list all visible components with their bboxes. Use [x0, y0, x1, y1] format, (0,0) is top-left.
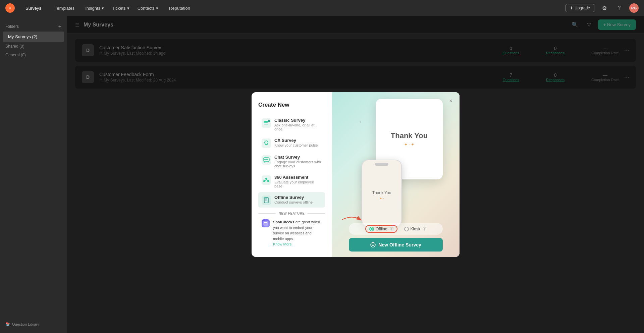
- survey-type-offline[interactable]: Offline Survey Conduct surveys offline: [258, 192, 325, 208]
- 360-survey-icon: [262, 175, 271, 185]
- chevron-down-icon: ▾: [102, 6, 104, 11]
- download-circle-icon: [370, 242, 376, 247]
- nav-templates[interactable]: Templates: [52, 4, 77, 12]
- offline-survey-icon: [262, 196, 271, 205]
- modal-overlay: Create New ?: [67, 16, 644, 333]
- nav-contacts[interactable]: Contacts ▾: [138, 6, 158, 11]
- spotcheck-section: SpotChecks are great when you want to em…: [258, 218, 325, 247]
- svg-point-14: [265, 178, 267, 180]
- radio-inner-dot: [371, 228, 373, 230]
- create-new-modal: Create New ?: [252, 92, 460, 257]
- nav-right: ⬆ Upgrade ⚙ ? RG: [566, 3, 639, 13]
- cross-decoration: +: [359, 119, 362, 124]
- svg-rect-25: [264, 222, 267, 223]
- offline-radio-circle: [369, 227, 374, 231]
- svg-rect-26: [264, 224, 267, 224]
- modal-title: Create New: [258, 102, 325, 108]
- cx-survey-info: CX Survey Know your customer pulse: [274, 138, 318, 147]
- spotcheck-description: SpotChecks are great when you want to em…: [273, 219, 322, 241]
- chat-survey-icon: [262, 155, 271, 165]
- chevron-down-icon: ▾: [156, 6, 158, 11]
- offline-radio-option[interactable]: Offline ⓘ: [365, 225, 397, 233]
- survey-type-chat[interactable]: Chat Survey Engage your customers with c…: [258, 152, 325, 171]
- sidebar-item-general[interactable]: General (0): [0, 51, 67, 59]
- chevron-down-icon: ▾: [127, 6, 129, 11]
- spotcheck-icon: [262, 219, 270, 227]
- nav-tickets[interactable]: Tickets ▾: [112, 6, 129, 11]
- classic-survey-icon: ?: [262, 118, 271, 128]
- sidebar-folders-section[interactable]: Folders +: [0, 21, 67, 32]
- chat-survey-info: Chat Survey Engage your customers with c…: [274, 155, 322, 168]
- nav-reputation[interactable]: Reputation: [166, 4, 193, 12]
- svg-rect-13: [262, 175, 271, 185]
- sidebar: Folders + My Surveys (2) Shared (0) Gene…: [0, 16, 67, 333]
- modal-close-button[interactable]: ×: [447, 97, 455, 105]
- new-offline-survey-button[interactable]: New Offline Survey: [349, 238, 443, 252]
- new-feature-divider: NEW FEATURE: [258, 212, 325, 215]
- offline-survey-info: Offline Survey Conduct surveys offline: [274, 195, 313, 204]
- sidebar-item-shared[interactable]: Shared (0): [0, 42, 67, 51]
- sidebar-item-my-surveys[interactable]: My Surveys (2): [3, 32, 64, 42]
- svg-rect-9: [262, 155, 271, 165]
- modal-right-panel: + Thank You ✦ · ✦ Thank You ✦ ·: [332, 92, 460, 257]
- svg-rect-24: [263, 221, 268, 226]
- offline-info-icon[interactable]: ⓘ: [390, 226, 393, 231]
- nav-insights[interactable]: Insights ▾: [85, 6, 104, 11]
- settings-icon[interactable]: ⚙: [600, 3, 609, 13]
- modal-bottom-controls: Offline ⓘ Kiosk ⓘ: [349, 223, 443, 252]
- svg-rect-3: [264, 122, 268, 123]
- user-avatar[interactable]: RG: [629, 3, 639, 13]
- phone-preview: Thank You ✦ ·: [362, 160, 402, 227]
- classic-survey-info: Classic Survey Ask one-by-one, or all at…: [274, 118, 322, 131]
- upgrade-icon: ⬆: [570, 6, 573, 10]
- survey-type-cx[interactable]: CX Survey Know your customer pulse: [258, 135, 325, 151]
- spotcheck-info: SpotChecks are great when you want to em…: [273, 219, 322, 246]
- svg-rect-11: [264, 159, 266, 160]
- know-more-link[interactable]: Know More: [273, 242, 322, 246]
- phone-content: Thank You ✦ ·: [362, 166, 401, 225]
- content-area: ☰ My Surveys 🔍 ▽ + New Survey D Customer…: [67, 16, 644, 333]
- phone-notch: [375, 163, 388, 166]
- spotcheck-row: SpotChecks are great when you want to em…: [262, 219, 322, 246]
- book-icon: 📚: [5, 322, 10, 326]
- cx-survey-icon: [262, 138, 271, 148]
- kiosk-info-icon[interactable]: ⓘ: [423, 226, 426, 231]
- upgrade-button[interactable]: ⬆ Upgrade: [566, 4, 594, 12]
- kiosk-radio-circle: [404, 227, 409, 231]
- svg-rect-12: [266, 159, 268, 160]
- svg-rect-19: [262, 196, 271, 205]
- question-library-link[interactable]: 📚 Question Library: [0, 322, 67, 326]
- survey-type-360[interactable]: 360 Assessment Evaluate your employee ba…: [258, 172, 325, 191]
- help-icon[interactable]: ?: [614, 3, 624, 13]
- 360-survey-info: 360 Assessment Evaluate your employee ba…: [274, 175, 322, 188]
- survey-type-classic[interactable]: ? Classic Survey Ask one-by-one, or all …: [258, 115, 325, 134]
- svg-rect-7: [262, 138, 271, 148]
- kiosk-radio-option[interactable]: Kiosk ⓘ: [404, 226, 426, 231]
- top-nav: Surveys Templates Insights ▾ Tickets ▾ C…: [0, 0, 644, 16]
- add-folder-icon[interactable]: +: [58, 23, 61, 30]
- tablet-content: Thank You ✦ · ✦: [391, 131, 428, 147]
- folders-label: Folders: [5, 24, 19, 29]
- nav-surveys[interactable]: Surveys: [23, 4, 44, 12]
- main-layout: Folders + My Surveys (2) Shared (0) Gene…: [0, 16, 644, 333]
- svg-rect-4: [264, 124, 268, 124]
- modal-left-panel: Create New ?: [252, 92, 332, 257]
- stars-decoration: ✦ ·: [379, 197, 384, 200]
- app-logo[interactable]: [5, 3, 15, 13]
